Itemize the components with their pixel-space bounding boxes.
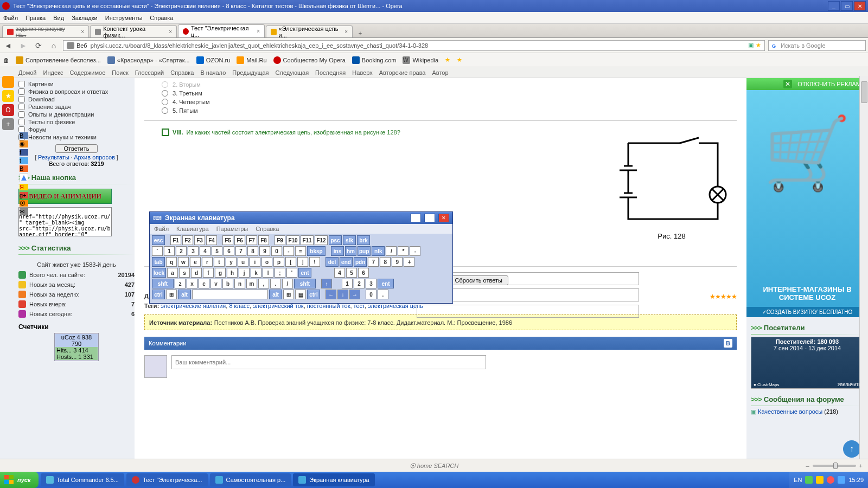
osk-key[interactable]: q <box>166 257 177 267</box>
rating-stars[interactable]: ★★★★★ <box>710 293 737 300</box>
sitenav-link[interactable]: Наверх <box>352 69 372 76</box>
checkbox[interactable] <box>18 104 25 110</box>
checkbox[interactable] <box>18 119 25 125</box>
osk-key[interactable]: alt <box>178 290 191 299</box>
osk-key[interactable]: F7 <box>246 235 257 245</box>
enlarge-button[interactable]: Увеличить <box>838 382 861 387</box>
bookmark-star-icon[interactable]: ★ <box>756 42 761 49</box>
osk-key[interactable]: / <box>386 246 397 256</box>
osk-key[interactable]: 8 <box>380 257 391 267</box>
osk-key[interactable]: 4 <box>334 268 345 278</box>
poll-archive-link[interactable]: Архив опросов <box>74 154 115 160</box>
menu-edit[interactable]: Правка <box>25 15 46 21</box>
sitenav-link[interactable]: Индекс <box>43 69 63 76</box>
osk-key[interactable]: 6 <box>358 268 369 278</box>
taskbar-button[interactable]: Экранная клавиатура <box>293 473 374 486</box>
rss-share-icon[interactable]: ⦿ <box>20 200 28 207</box>
osk-key[interactable]: . <box>270 279 281 288</box>
star-icon[interactable]: ★ <box>445 56 450 63</box>
question-checkbox[interactable] <box>162 129 169 136</box>
sitenav-link[interactable]: Автор <box>432 69 448 76</box>
osk-key[interactable]: c <box>199 279 209 288</box>
quiz-option[interactable]: 5. Пятым <box>144 106 737 115</box>
osk-menu-item[interactable]: Параметры <box>216 226 248 232</box>
osk-key[interactable]: slk <box>343 235 356 245</box>
osk-key[interactable]: / <box>282 279 293 288</box>
osk-key[interactable]: ↑ <box>321 279 332 288</box>
osk-titlebar[interactable]: ⌨ Экранная клавиатура _ ▭ ✕ <box>150 212 452 224</box>
maximize-button[interactable]: ▭ <box>841 1 853 11</box>
browser-tab[interactable]: «Электрическая цепь и...× <box>266 25 353 37</box>
on-screen-keyboard[interactable]: ⌨ Экранная клавиатура _ ▭ ✕ Файл Клавиат… <box>149 211 453 304</box>
banner-code-textarea[interactable]: <a href="http://physik.ucoz.ru/" target=… <box>18 207 112 236</box>
osk-key[interactable]: 9 <box>392 257 403 267</box>
osk-key[interactable]: ` <box>152 246 163 256</box>
osk-key[interactable]: ↓ <box>337 290 348 299</box>
osk-key[interactable]: pup <box>358 246 371 256</box>
bookmark-item[interactable]: Mail.Ru <box>237 56 266 64</box>
osk-menu-item[interactable]: Файл <box>154 226 169 232</box>
osk-maximize-button[interactable]: ▭ <box>424 214 435 222</box>
text-input[interactable] <box>417 305 639 318</box>
osk-key[interactable]: F8 <box>258 235 269 245</box>
osk-key[interactable]: - <box>283 246 294 256</box>
ok-share-icon[interactable]: ◉ <box>20 140 28 147</box>
radio[interactable] <box>162 81 168 88</box>
taskbar-button[interactable]: Total Commander 6.5... <box>41 473 124 486</box>
tray-lang[interactable]: EN <box>794 477 802 483</box>
osk-key[interactable]: - <box>410 246 420 256</box>
osk-key[interactable]: F11 <box>301 235 314 245</box>
ya-share-icon[interactable]: Я <box>20 184 28 190</box>
reload-button[interactable]: ⟳ <box>33 40 44 52</box>
poll-option[interactable]: Тесты по физике <box>18 118 135 126</box>
rss-icon[interactable]: ▣ <box>748 42 754 49</box>
fb-share-icon[interactable]: f <box>20 149 28 156</box>
tray-clock[interactable]: 15:29 <box>848 477 864 483</box>
osk-key[interactable]: t <box>214 257 225 267</box>
osk-key[interactable]: F12 <box>315 235 328 245</box>
forum-link[interactable]: Качественные вопросы <box>758 408 822 415</box>
sitenav-link[interactable]: Содержимое <box>69 69 105 76</box>
page-scrollbar[interactable] <box>859 76 868 472</box>
osk-key[interactable]: v <box>210 279 221 288</box>
ad-footer[interactable]: ✓СОЗДАТЬ ВИЗИТКУ БЕСПЛАТНО <box>746 307 868 317</box>
osk-key[interactable]: nlk <box>372 246 385 256</box>
trash-icon[interactable]: 🗑 <box>3 57 9 63</box>
sitenav-link[interactable]: Следующая <box>276 69 309 76</box>
poll-option[interactable]: Новости науки и техники <box>18 133 135 141</box>
menu-bookmarks[interactable]: Закладки <box>72 15 98 21</box>
star-icon[interactable]: ★ <box>457 56 462 63</box>
vk-icon[interactable]: B <box>724 339 732 348</box>
osk-key[interactable]: ent <box>378 279 394 288</box>
gplus-share-icon[interactable]: g+ <box>20 192 28 198</box>
osk-key[interactable]: ins <box>331 246 344 256</box>
osk-key[interactable]: ent <box>298 268 311 278</box>
quiz-option[interactable]: 2. Вторым <box>144 80 737 89</box>
osk-key[interactable]: m <box>246 279 257 288</box>
checkbox[interactable] <box>18 96 25 102</box>
osk-key[interactable]: ⊞ <box>283 290 294 299</box>
poll-option[interactable]: Решение задач <box>18 103 135 111</box>
home-button[interactable]: ⌂ <box>48 40 60 52</box>
zoom-slider[interactable] <box>813 465 856 467</box>
osk-key[interactable]: [ <box>285 257 296 267</box>
site-banner[interactable]: ВИДЕО И АНИМАЦИИ <box>18 189 112 204</box>
poll-option[interactable]: Физика в вопросах и ответах <box>18 88 135 95</box>
visitors-map[interactable]: Посетителей: 180 093 7 сен 2014 - 13 дек… <box>751 337 864 389</box>
checkbox[interactable] <box>18 111 25 118</box>
osk-key[interactable]: 7 <box>235 246 246 256</box>
osk-key[interactable]: alt <box>269 290 282 299</box>
osk-key[interactable]: j <box>239 268 250 278</box>
poll-option[interactable]: Форум <box>18 126 135 133</box>
osk-key[interactable]: tab <box>152 257 165 267</box>
radio[interactable] <box>162 90 168 97</box>
osk-key[interactable]: 1 <box>342 279 353 288</box>
menu-tools[interactable]: Инструменты <box>105 15 143 21</box>
sitenav-link[interactable]: Предыдущая <box>232 69 269 76</box>
checkbox[interactable] <box>18 81 25 87</box>
search-input[interactable]: G Искать в Google <box>768 40 866 51</box>
osk-key[interactable]: F3 <box>194 235 205 245</box>
osk-key[interactable]: psc <box>329 235 342 245</box>
osk-key[interactable]: r <box>202 257 213 267</box>
radio[interactable] <box>162 99 168 105</box>
